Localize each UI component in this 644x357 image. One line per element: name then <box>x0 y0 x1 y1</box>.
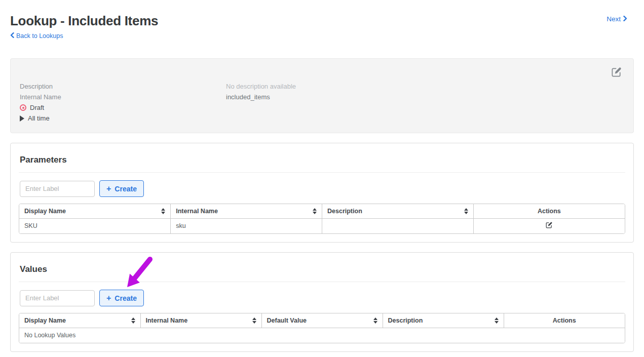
sort-icon[interactable] <box>131 318 135 324</box>
next-link[interactable]: Next <box>607 15 627 23</box>
value-label-input[interactable] <box>20 290 95 306</box>
values-controls: + Create <box>20 290 625 306</box>
empty-values-message: No Lookup Values <box>19 328 625 343</box>
values-section-title: Values <box>20 264 625 274</box>
expand-triangle-icon <box>20 115 24 122</box>
sort-icon[interactable] <box>495 318 499 324</box>
chevron-left-icon <box>10 32 14 39</box>
values-header-row: Display Name Internal Name <box>19 313 625 328</box>
next-link-label: Next <box>607 15 621 23</box>
edit-icon <box>611 72 622 80</box>
edit-parameter-button[interactable] <box>545 221 553 229</box>
column-header-default-value[interactable]: Default Value <box>261 313 383 328</box>
sort-icon[interactable] <box>373 318 377 324</box>
column-header-actions: Actions <box>473 204 625 218</box>
column-header-internal-name[interactable]: Internal Name <box>140 313 261 328</box>
parameter-display-name-cell: SKU <box>19 218 171 233</box>
parameter-label-input[interactable] <box>20 181 95 197</box>
time-range-row[interactable]: All time <box>20 113 624 124</box>
column-header-description[interactable]: Description <box>322 204 474 218</box>
sort-icon[interactable] <box>313 208 317 214</box>
internal-name-field-row: Internal Name included_items <box>20 92 624 102</box>
internal-name-label: Internal Name <box>20 92 226 102</box>
column-header-actions: Actions <box>504 313 625 328</box>
parameters-header-row: Display Name Internal Name <box>19 204 625 218</box>
description-field-row: Description No description available <box>20 81 624 92</box>
column-header-display-name[interactable]: Display Name <box>19 204 171 218</box>
create-value-label: Create <box>115 294 137 302</box>
create-parameter-button[interactable]: + Create <box>99 180 144 197</box>
plus-icon: + <box>106 294 111 302</box>
values-section: Values + Create Display Name <box>10 252 634 352</box>
edit-lookup-button[interactable] <box>611 66 622 78</box>
lookup-detail-page: Lookup - Included Items Next Back to Loo… <box>0 0 644 352</box>
values-table: Display Name Internal Name <box>19 313 625 343</box>
section-divider <box>19 282 625 282</box>
status-badge: Draft <box>30 102 44 113</box>
parameters-table: Display Name Internal Name <box>19 204 625 234</box>
parameters-controls: + Create <box>20 180 625 197</box>
parameter-actions-cell <box>473 218 625 233</box>
description-value: No description available <box>226 81 296 92</box>
column-header-internal-name[interactable]: Internal Name <box>171 204 322 218</box>
status-row: Draft <box>20 102 624 113</box>
plus-icon: + <box>106 185 111 193</box>
sort-icon[interactable] <box>161 208 165 214</box>
parameter-internal-name-cell: sku <box>171 218 322 233</box>
sort-icon[interactable] <box>252 318 256 324</box>
sort-icon[interactable] <box>464 208 468 214</box>
create-value-button[interactable]: + Create <box>99 290 144 306</box>
column-header-display-name[interactable]: Display Name <box>19 313 140 328</box>
time-range-label: All time <box>28 113 50 124</box>
edit-icon <box>545 223 553 230</box>
back-to-lookups-link[interactable]: Back to Lookups <box>10 32 63 39</box>
internal-name-value: included_items <box>226 92 270 102</box>
column-header-description[interactable]: Description <box>383 313 504 328</box>
create-parameter-label: Create <box>115 185 137 193</box>
parameters-section-title: Parameters <box>20 155 625 165</box>
parameter-table-row: SKU sku <box>19 218 625 233</box>
page-title: Lookup - Included Items <box>10 0 634 29</box>
section-divider <box>19 172 625 173</box>
chevron-right-icon <box>623 15 627 23</box>
back-link-label: Back to Lookups <box>16 32 63 39</box>
lookup-summary-panel: Description No description available Int… <box>10 58 634 133</box>
parameters-section: Parameters + Create Display Name <box>10 143 634 243</box>
empty-values-row: No Lookup Values <box>19 328 625 343</box>
parameter-description-cell <box>322 218 474 233</box>
description-label: Description <box>20 81 226 92</box>
draft-status-icon <box>20 104 26 111</box>
